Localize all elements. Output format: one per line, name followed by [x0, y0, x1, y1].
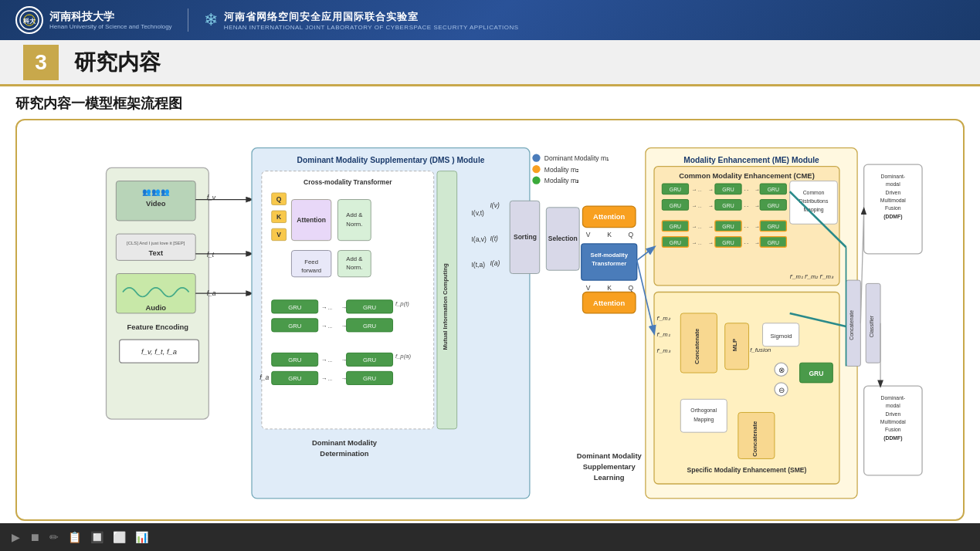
sme-title: Specific Modality Enhancement (SME): [687, 466, 807, 474]
svg-text:GRU: GRU: [670, 203, 681, 208]
svg-text:→: →: [692, 187, 697, 192]
diagram-svg: 👥👥👥 Video [CLS] And I just love it [SEP]…: [26, 128, 954, 512]
copy-icon[interactable]: 📋: [68, 531, 81, 543]
svg-text:K: K: [607, 284, 612, 292]
svg-text:Supplementary: Supplementary: [583, 462, 636, 471]
svg-text:...: ...: [698, 188, 702, 192]
diagram-container: 👥👥👥 Video [CLS] And I just love it [SEP]…: [15, 119, 965, 521]
iv-label: I(v): [490, 201, 500, 209]
lab-name-cn: 河南省网络空间安全应用国际联合实验室: [224, 10, 519, 24]
svg-text:f_p(a): f_p(a): [395, 353, 412, 360]
chart-icon[interactable]: 📊: [135, 531, 148, 543]
svg-text:...: ...: [698, 225, 702, 229]
svg-text:GRU: GRU: [768, 240, 779, 245]
svg-text:→: →: [754, 187, 760, 192]
svg-text:Mapping: Mapping: [693, 417, 714, 423]
svg-point-15: [246, 292, 250, 296]
svg-text:→: →: [708, 187, 714, 192]
svg-point-14: [246, 252, 250, 255]
svg-text:→: →: [708, 224, 714, 229]
svg-text:GRU: GRU: [722, 187, 734, 192]
svg-text:Q: Q: [629, 231, 634, 238]
svg-text:→: →: [708, 203, 714, 208]
sigmoid-label: Sigmoid: [771, 333, 792, 340]
text-label: Text: [148, 248, 164, 257]
svg-line-161: [860, 209, 863, 323]
ivt-label: I(v,t): [472, 209, 485, 217]
lab-logo: ❄ 河南省网络空间安全应用国际联合实验室 HENAN INTERNATIONAL…: [204, 10, 519, 31]
svg-point-66: [532, 154, 540, 161]
ft-label: f_t: [207, 251, 215, 259]
university-name-en: Henan University of Science and Technolo…: [49, 23, 172, 31]
svg-text:⊖: ⊖: [778, 386, 785, 394]
mlp-label: MLP: [731, 339, 738, 351]
header-divider: [188, 8, 188, 32]
ddmf1-label: Dominant-: [881, 174, 906, 179]
edit-icon[interactable]: ✏: [49, 531, 59, 543]
svg-text:GRU: GRU: [722, 203, 734, 208]
orthogonal: Orthogonal: [690, 407, 717, 414]
svg-text:K: K: [276, 213, 282, 221]
svg-text:GRU: GRU: [768, 187, 779, 192]
slide-number: 3: [23, 45, 59, 80]
stop-icon[interactable]: ⏹: [29, 531, 40, 543]
svg-text:→: →: [708, 240, 714, 245]
svg-text:GRU: GRU: [288, 323, 301, 330]
svg-text:GRU: GRU: [768, 203, 779, 208]
frame-icon[interactable]: ⬜: [113, 531, 126, 543]
gru-final: GRU: [809, 370, 823, 377]
university-name-cn: 河南科技大学: [49, 10, 172, 23]
svg-text:👥👥👥: 👥👥👥: [142, 188, 170, 197]
fm2-label: f'_m₂: [656, 315, 670, 322]
svg-text:Norm.: Norm.: [346, 221, 362, 228]
svg-text:Add &: Add &: [346, 255, 363, 262]
ffusion-label: f_fusion: [750, 346, 771, 353]
svg-text:→: →: [754, 240, 760, 245]
fm3-label: f'_m₃: [656, 347, 670, 354]
svg-text:GRU: GRU: [670, 187, 681, 192]
svg-text:→: →: [321, 304, 327, 311]
crop-icon[interactable]: 🔲: [90, 531, 103, 543]
svg-text:Driven: Driven: [885, 190, 900, 195]
attention-2: Attention: [593, 299, 626, 307]
slide-title: 研究内容: [74, 48, 161, 77]
legend-m3: Modality m₃: [544, 177, 579, 184]
attention-block: Attention: [297, 216, 326, 224]
svg-text:- -: - -: [744, 204, 749, 208]
svg-text:Driven: Driven: [885, 411, 900, 417]
svg-text:GRU: GRU: [363, 323, 376, 330]
svg-text:Q: Q: [629, 284, 634, 292]
me-title: Modality Enhancement (ME) Module: [683, 156, 819, 164]
concatenate-sme: Concatenate: [693, 328, 700, 364]
concatenate-right: Concatenate: [849, 310, 854, 340]
sorting-label: Sorting: [514, 233, 537, 241]
svg-text:V: V: [586, 284, 591, 292]
svg-text:V: V: [276, 231, 281, 238]
iav-label: I(a,v): [472, 235, 487, 243]
fa-label-dms: f_a: [259, 374, 269, 381]
content-area: 研究内容一模型框架流程图 👥👥👥 Video [CLS] And I just …: [0, 86, 980, 523]
svg-text:modal: modal: [886, 181, 900, 187]
svg-text:GRU: GRU: [288, 375, 301, 382]
svg-text:→: →: [692, 224, 697, 229]
svg-text:...: ...: [328, 357, 333, 363]
feature-encoding-label: Feature Encoding: [127, 323, 189, 331]
cme-title: Common Modality Enhancement (CME): [679, 171, 815, 180]
svg-text:(DDMF): (DDMF): [883, 214, 902, 220]
header: 科大 河南科技大学 Henan University of Science an…: [0, 0, 980, 40]
feature-formula: f_v, f_t, f_a: [141, 347, 177, 356]
svg-text:(DDMF): (DDMF): [883, 435, 902, 441]
legend-dominant: Dominant Modality m₁: [544, 154, 609, 162]
svg-text:→: →: [321, 323, 327, 330]
svg-text:...: ...: [328, 305, 333, 310]
svg-text:→: →: [754, 224, 760, 229]
svg-text:forward: forward: [301, 267, 321, 274]
play-icon[interactable]: ▶: [12, 531, 20, 543]
svg-text:- -: - -: [744, 188, 749, 192]
ia-label: I(a): [490, 259, 500, 267]
lab-emblem-icon: ❄: [204, 10, 218, 30]
svg-text:- -: - -: [744, 241, 749, 245]
university-emblem: 科大: [15, 6, 43, 34]
slide-title-bar: 3 研究内容: [0, 40, 980, 86]
svg-text:GRU: GRU: [288, 357, 301, 363]
